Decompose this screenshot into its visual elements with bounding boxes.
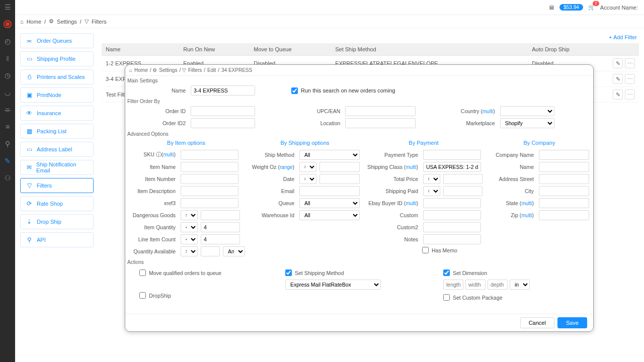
nav-printers[interactable]: ⎙Printers and Scales [20,69,94,84]
sku-multi-link[interactable]: multi [163,152,174,157]
ebay-input[interactable] [423,198,481,208]
state-multi-link[interactable]: multi [521,201,532,206]
ship-method-select[interactable]: All [299,150,360,160]
country-multi-link[interactable]: multi [482,109,493,114]
dangerous-input[interactable] [201,210,240,220]
nav-drop-ship[interactable]: ⇣Drop Ship [20,214,94,229]
dangerous-op-select[interactable]: = [181,210,198,220]
add-filter-link[interactable]: + Add Filter [102,33,639,43]
email-input[interactable] [299,186,360,196]
settings-icon[interactable]: ✎ [4,157,12,165]
paid-input[interactable] [443,186,482,196]
location-input[interactable] [345,118,416,128]
gauge-icon[interactable]: ◡ [4,88,12,97]
zip-multi-link[interactable]: multi [521,213,532,218]
notes-input[interactable] [423,234,481,244]
length-input[interactable] [443,280,463,290]
nav-packing-list[interactable]: ▦Packing List [20,124,94,139]
crumb-settings[interactable]: Settings [57,19,77,25]
zip-input[interactable] [539,210,589,220]
weight-input[interactable] [319,162,360,172]
qtyav-any-select[interactable]: Any [223,246,245,256]
shipclass-multi-link[interactable]: multi [406,164,416,170]
street-input[interactable] [539,174,589,184]
ship-method-action-select[interactable]: Express Mail FlatRateBox [285,280,381,290]
qtyav-input[interactable] [201,246,220,256]
unit-select[interactable]: in [510,280,530,290]
shipclass-input[interactable] [423,162,481,172]
upc-input[interactable] [345,106,416,116]
line-count-input[interactable] [201,234,240,244]
balance-pill[interactable]: $53.94 [559,4,583,11]
set-dim-checkbox[interactable] [443,269,450,276]
queue-select[interactable]: All [299,198,360,208]
item-name-input[interactable] [181,162,238,172]
dashboard-icon[interactable]: ◴ [4,37,12,45]
edit-button[interactable]: ✎ [613,58,623,68]
qty-input[interactable] [201,222,240,232]
nav-printnode[interactable]: ▣PrintNode [20,87,94,103]
more-button[interactable]: ⋯ [625,74,635,84]
custom-input[interactable] [423,210,481,220]
date-input[interactable] [319,174,360,184]
link-icon[interactable]: ⚲ [4,140,12,148]
save-button[interactable]: Save [557,317,587,328]
total-op-select[interactable]: = [423,174,440,184]
nav-address-label[interactable]: ▭Address Label [20,142,94,157]
cart-icon[interactable]: 🛒7 [588,4,595,11]
name-input[interactable] [191,85,255,96]
item-desc-input[interactable] [181,186,238,196]
nav-shipping-profile[interactable]: ▭Shipping Profile [20,51,94,66]
more-button[interactable]: ⋯ [625,89,635,100]
bank-icon[interactable]: 🏛 [549,5,554,11]
cancel-button[interactable]: Cancel [520,317,554,328]
more-button[interactable]: ⋯ [625,58,635,68]
weight-op-select[interactable]: = [299,162,316,172]
edit-button[interactable]: ✎ [613,89,623,100]
nav-insurance[interactable]: 👁Insurance [20,106,94,121]
move-queue-checkbox[interactable] [139,269,146,276]
edit-button[interactable]: ✎ [613,74,623,84]
nav-ship-email[interactable]: ✉Ship Notification Email [20,160,94,175]
nav-filters[interactable]: ▽Filters [20,178,94,193]
city-input[interactable] [539,186,589,196]
item-number-input[interactable] [181,174,238,184]
set-ship-checkbox[interactable] [285,269,292,276]
dropship-checkbox[interactable] [139,292,146,299]
total-input[interactable] [443,174,482,184]
user-icon[interactable]: ⚇ [4,174,12,182]
custom-pkg-checkbox[interactable] [443,294,450,301]
date-op-select[interactable]: = [299,174,316,184]
crumb-filters[interactable]: Filters [92,19,107,25]
nav-api[interactable]: ⚲API [20,232,94,247]
cname-input[interactable] [539,162,589,172]
run-new-checkbox[interactable] [291,87,298,94]
order-id2-input[interactable] [191,118,255,128]
cloud-icon[interactable]: ⌯ [4,106,12,114]
nav-order-queues[interactable]: ⫘Order Queues [20,33,94,48]
weight-range-link[interactable]: range [280,164,293,170]
country-select[interactable] [500,106,554,116]
clock-icon[interactable]: ◷ [4,71,12,79]
custom2-input[interactable] [423,222,481,232]
qtyav-op-select[interactable]: = [181,246,198,256]
crumb-home[interactable]: Home [27,19,41,25]
order-id-input[interactable] [191,106,255,116]
state-input[interactable] [539,198,589,208]
barcode-icon[interactable]: ⫴ [4,54,12,62]
app-logo[interactable] [4,20,12,28]
paid-op-select[interactable]: = [423,186,440,196]
xref3-input[interactable] [181,198,238,208]
nav-rate-shop[interactable]: ⟳Rate Shop [20,196,94,211]
sku-input[interactable] [181,150,238,160]
line-op-select[interactable]: < [181,234,198,244]
qty-op-select[interactable]: < [181,222,198,232]
width-input[interactable] [465,280,486,290]
paytype-input[interactable] [423,150,481,160]
marketplace-select[interactable]: Shopify [500,118,554,128]
menu-icon[interactable]: ☰ [4,3,12,11]
depth-input[interactable] [488,280,508,290]
company-input[interactable] [539,150,589,160]
ebay-multi-link[interactable]: multi [406,201,416,206]
has-memo-checkbox[interactable] [422,247,429,253]
